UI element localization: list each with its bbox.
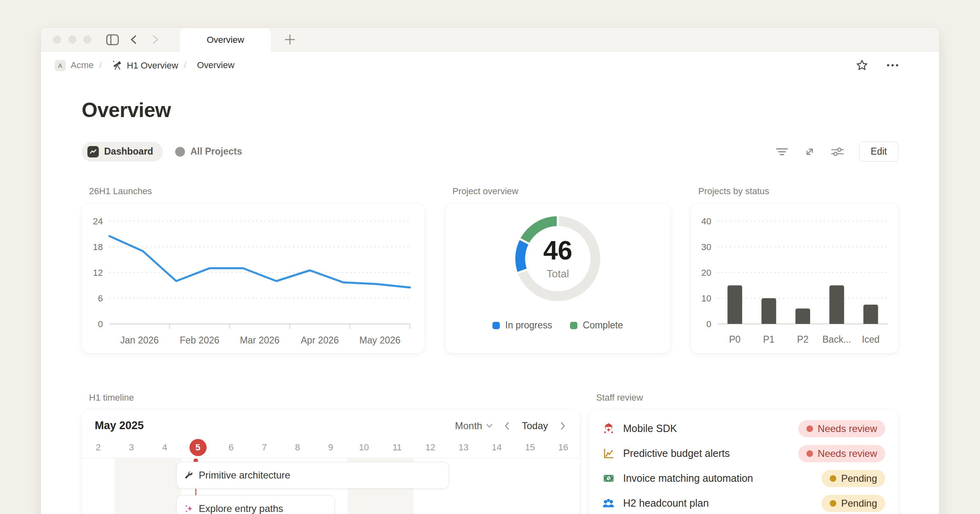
tab-all-projects[interactable]: All Projects [175,146,242,157]
staff-review-row[interactable]: Predictive budget alertsNeeds review [602,441,885,466]
weekend-shading [115,459,181,514]
day-cell: 11 [381,442,414,453]
status-dot-icon [806,425,813,432]
close-window-icon[interactable] [53,35,61,44]
timeline-item[interactable]: Primitive architecture [176,462,449,489]
tab-all-projects-label: All Projects [190,146,242,157]
tab-dashboard[interactable]: Dashboard [82,142,163,162]
bar-chart-card[interactable]: 010203040P0P1P2Back...Iced [691,203,898,353]
page-title: Overview [82,98,898,122]
status-badge[interactable]: Needs review [798,445,885,462]
svg-text:Apr 2026: Apr 2026 [301,335,339,346]
invoice-icon [602,473,615,484]
breadcrumb-item-h1-overview[interactable]: H1 Overview [112,60,178,71]
tab-overview[interactable]: Overview [180,28,271,52]
more-options-icon[interactable] [886,63,899,67]
tab-dashboard-label: Dashboard [104,146,153,157]
expand-icon[interactable] [804,146,816,158]
edit-button[interactable]: Edit [859,142,898,162]
settings-sliders-icon[interactable] [831,146,844,157]
breadcrumb-separator: / [99,60,102,71]
line-chart-card[interactable]: 06121824Jan 2026Feb 2026Mar 2026Apr 2026… [82,203,425,353]
svg-text:May 2026: May 2026 [359,335,401,346]
people-icon [602,498,615,508]
svg-text:Mar 2026: Mar 2026 [240,335,279,346]
staff-review-row[interactable]: H2 headcount planPending [602,491,885,514]
svg-text:Feb 2026: Feb 2026 [180,335,219,346]
svg-text:P0: P0 [729,334,741,345]
widget-label[interactable]: Project overview [452,186,670,197]
forward-icon[interactable] [149,33,161,46]
mobile-sdk-icon [602,423,615,434]
widget-projects-by-status: Projects by status 010203040P0P1P2Back..… [691,186,898,353]
widget-label[interactable]: H1 timeline [89,392,580,403]
svg-text:0: 0 [706,319,711,329]
timeline-card[interactable]: May 2025 Month Today [82,410,580,514]
widget-label[interactable]: Projects by status [698,186,898,197]
app-window: Overview A Acme / H1 Overview / Overview… [41,28,939,514]
widget-staff-review: Staff review Mobile SDKNeeds reviewPredi… [589,392,898,514]
status-label: Pending [841,498,877,509]
svg-text:0: 0 [98,319,103,329]
breadcrumb: A Acme / H1 Overview / Overview [41,52,939,79]
status-badge[interactable]: Pending [822,470,885,487]
traffic-lights[interactable] [53,35,91,44]
svg-text:P1: P1 [763,334,775,345]
day-cell: 4 [148,442,181,453]
widget-launches: 26H1 Launches 06121824Jan 2026Feb 2026Ma… [82,186,425,353]
status-dot-icon [830,475,836,482]
timeline-today-button[interactable]: Today [522,420,548,432]
timeline-item[interactable]: Explore entry paths [176,495,335,514]
minimize-window-icon[interactable] [68,35,76,44]
day-cell: 15 [513,442,546,453]
status-dot-icon [806,450,813,457]
svg-text:24: 24 [93,216,103,226]
sparkles-icon [184,504,194,514]
sidebar-toggle-icon[interactable] [106,34,119,45]
widget-timeline: H1 timeline May 2025 Month Toda [82,392,580,514]
legend-swatch-green [570,322,577,329]
timeline-prev-icon[interactable] [503,421,511,431]
breadcrumb-item-overview[interactable]: Overview [197,60,234,71]
day-cell: 3 [115,442,148,453]
svg-text:P2: P2 [797,334,808,345]
legend-swatch-blue [492,322,500,329]
widget-label[interactable]: Staff review [596,392,898,403]
timeline-body: Primitive architectureExplore entry path… [82,459,580,514]
today-badge: 5 [189,439,207,456]
svg-text:Iced: Iced [862,334,880,345]
status-badge[interactable]: Pending [822,495,885,512]
donut-chart-card[interactable]: 46 Total In progress Complete [445,203,670,353]
staff-item-title: Mobile SDK [623,423,790,434]
svg-text:6: 6 [98,293,103,304]
gray-circle-icon [175,147,185,157]
filter-icon[interactable] [775,146,789,157]
widget-label[interactable]: 26H1 Launches [89,186,425,197]
svg-text:12: 12 [93,268,103,278]
day-cell: 7 [248,442,281,453]
svg-text:30: 30 [702,242,711,252]
chevron-down-icon [486,424,492,428]
workspace-avatar[interactable]: A [55,60,66,71]
breadcrumb-workspace[interactable]: Acme [71,60,94,71]
staff-review-row[interactable]: Mobile SDKNeeds review [602,416,885,441]
line-chart: 06121824Jan 2026Feb 2026Mar 2026Apr 2026… [82,203,425,353]
status-badge[interactable]: Needs review [798,420,885,437]
svg-text:Back...: Back... [822,334,851,345]
zoom-window-icon[interactable] [83,35,91,44]
breadcrumb-separator: / [184,60,186,71]
svg-text:18: 18 [93,242,103,252]
timeline-zoom-select[interactable]: Month [455,420,492,432]
new-tab-icon[interactable] [284,33,296,46]
timeline-item-title: Primitive architecture [199,470,290,481]
timeline-next-icon[interactable] [559,421,567,431]
staff-review-card[interactable]: Mobile SDKNeeds reviewPredictive budget … [589,410,898,514]
back-icon[interactable] [128,33,140,46]
status-label: Pending [841,473,877,484]
day-cell: 5 [181,439,214,456]
desktop-background: { "window": { "tab_title": "Overview" },… [0,0,980,514]
staff-review-row[interactable]: Invoice matching automationPending [602,466,885,491]
favorite-star-icon[interactable] [856,59,868,71]
bar-chart: 010203040P0P1P2Back...Iced [691,203,898,353]
telescope-icon [112,60,123,70]
